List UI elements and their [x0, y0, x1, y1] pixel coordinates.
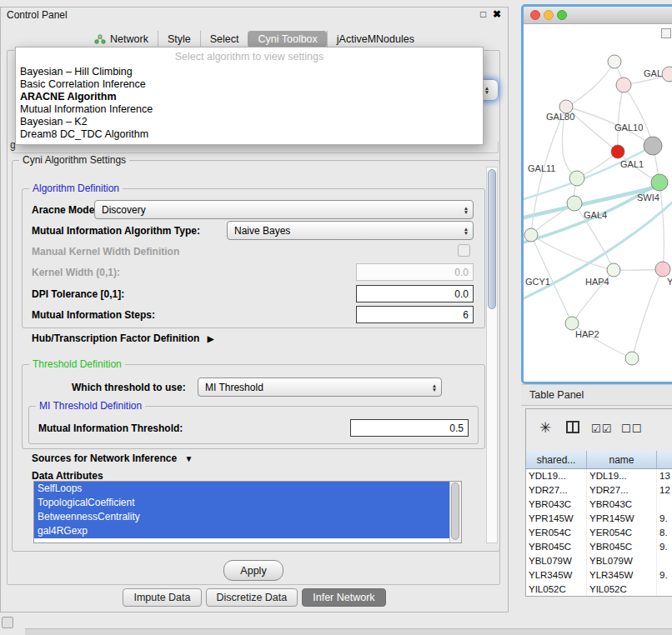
tab-jactivemnodules[interactable]: jActiveMNodules [327, 31, 424, 48]
kernel-width-field[interactable]: 0.0 [356, 263, 474, 281]
network-node[interactable] [569, 171, 584, 186]
algorithm-option[interactable]: Bayesian – Hill Climbing [16, 66, 483, 78]
aracne-mode-select[interactable]: Discovery ▲▼ [94, 200, 474, 219]
table-cell: YPR145W [587, 512, 657, 526]
network-window-titlebar[interactable] [524, 7, 672, 24]
settings-scrollbar-thumb[interactable] [488, 169, 496, 309]
node-label: HAP4 [585, 277, 609, 287]
network-node[interactable] [567, 196, 582, 211]
column-header[interactable]: name [587, 451, 657, 468]
algorithm-option[interactable]: Dream8 DC_TDC Algorithm [16, 128, 483, 141]
network-canvas[interactable]: GALGAL80GAL10GAL11GAL1SWI4GAL4GCY1HAP4HA… [524, 24, 672, 382]
hub-section-toggle[interactable]: Hub/Transcription Factor Definition ▶ [32, 332, 213, 344]
attributes-scrollbar[interactable] [449, 482, 461, 542]
network-node[interactable] [565, 317, 579, 330]
tab-style[interactable]: Style [158, 31, 200, 48]
network-node[interactable] [644, 137, 662, 155]
table-row[interactable]: YDL19...YDL19...13 [526, 469, 672, 483]
network-node[interactable] [607, 263, 620, 277]
tab-label: Select [210, 33, 239, 45]
column-header[interactable] [657, 451, 672, 468]
column-header[interactable]: shared... [526, 451, 587, 468]
network-node[interactable] [655, 262, 670, 277]
gear-icon[interactable]: ✳ [539, 419, 551, 437]
network-node[interactable] [651, 174, 668, 191]
table-cell [657, 554, 672, 568]
table-row[interactable]: YDR27...YDR27...12 [526, 483, 672, 498]
deselect-all-icon[interactable]: ☐☐ [621, 422, 642, 435]
attribute-list-item[interactable]: gal4RGexp [34, 524, 461, 538]
table-cell: YER054C [587, 526, 657, 540]
table-row[interactable]: YPR145WYPR145W9. [526, 512, 672, 526]
network-node[interactable] [611, 145, 624, 158]
chevron-right-icon: ▶ [208, 334, 214, 343]
tab-discretize-data[interactable]: Discretize Data [206, 588, 298, 607]
dpi-tolerance-field[interactable]: 0.0 [356, 285, 474, 302]
which-threshold-select[interactable]: MI Threshold ▲▼ [198, 378, 442, 397]
node-label: HAP2 [575, 329, 599, 339]
table-row[interactable]: YBR043CYBR043C [526, 498, 672, 512]
screen: Control Panel □ ✖ Network Style Select C… [0, 0, 672, 635]
network-node[interactable] [662, 67, 672, 82]
tab-select[interactable]: Select [200, 31, 248, 48]
network-node[interactable] [608, 55, 621, 68]
node-label: GAL80 [546, 112, 574, 122]
tab-infer-network[interactable]: Infer Network [302, 588, 385, 607]
collapsed-panel-icon[interactable] [2, 617, 13, 628]
table-body: YDL19...YDL19...13YDR27...YDR27...12YBR0… [526, 469, 672, 597]
selected-value: Naive Bayes [228, 225, 459, 237]
table-cell: YIL052C [526, 582, 587, 597]
zoom-traffic-light[interactable] [557, 10, 567, 20]
minimize-traffic-light[interactable] [544, 10, 554, 20]
table-panel-titlebar[interactable]: Table Panel [521, 384, 672, 406]
mi-threshold-field[interactable]: 0.5 [350, 419, 469, 437]
node-label: GAL1 [620, 159, 644, 169]
algorithm-option[interactable]: ARACNE Algorithm [16, 91, 483, 103]
selected-value: MI Threshold [198, 382, 428, 393]
table-cell: 8. [657, 526, 672, 540]
close-traffic-light[interactable] [530, 10, 540, 20]
network-graph: GALGAL80GAL10GAL11GAL1SWI4GAL4GCY1HAP4HA… [524, 24, 672, 382]
settings-scrollbar[interactable] [486, 167, 498, 543]
manual-kernel-checkbox[interactable] [458, 244, 470, 257]
attribute-list-item[interactable]: BetweennessCentrality [34, 510, 461, 524]
mi-type-select[interactable]: Naive Bayes ▲▼ [227, 221, 474, 240]
attributes-scrollbar-thumb[interactable] [451, 482, 459, 540]
mi-steps-field[interactable]: 6 [356, 306, 474, 323]
algorithm-option[interactable]: Mutual Information Inference [16, 103, 483, 116]
data-attributes-label: Data Attributes [32, 470, 103, 482]
column-manager-icon[interactable] [566, 421, 579, 433]
table-row[interactable]: YBR045CYBR045C9. [526, 540, 672, 554]
close-icon[interactable]: ✖ [493, 8, 501, 20]
tab-impute-data[interactable]: Impute Data [123, 588, 201, 607]
apply-button[interactable]: Apply [223, 560, 283, 581]
canvas-corner-box[interactable] [661, 28, 671, 38]
attribute-list-item[interactable]: SelfLoops [34, 482, 461, 496]
sources-section-toggle[interactable]: Sources for Network Inference ▼ [32, 452, 193, 464]
table-toolbar: ✳ ☑☑ ☐☐ [526, 409, 672, 452]
algorithm-option[interactable]: Basic Correlation Inference [16, 78, 483, 91]
select-all-icon[interactable]: ☑☑ [591, 422, 612, 435]
table-row[interactable]: YER054CYER054C8. [526, 526, 672, 540]
algorithm-placeholder-option[interactable]: Select algorithm to view settings [16, 48, 483, 66]
manual-kernel-label: Manual Kernel Width Definition [32, 246, 179, 258]
table-row[interactable]: YBL079WYBL079W [526, 554, 672, 568]
tab-cyni-toolbox[interactable]: Cyni Toolbox [248, 31, 326, 48]
network-node[interactable] [524, 228, 538, 242]
table-cell: YBL079W [587, 554, 657, 568]
network-node[interactable] [625, 352, 639, 365]
node-label: GAL10 [614, 122, 643, 132]
table-row[interactable]: YLR345WYLR345W9. [526, 568, 672, 582]
attribute-list-item[interactable]: TopologicalCoefficient [34, 496, 461, 510]
network-node[interactable] [616, 78, 631, 92]
table-panel-title: Table Panel [529, 389, 584, 401]
which-threshold-label: Which threshold to use: [72, 382, 186, 393]
bottom-panel-edge [25, 628, 672, 635]
selected-value: Discovery [95, 204, 459, 216]
table-row[interactable]: YIL052CYIL052C [526, 582, 672, 597]
tab-network[interactable]: Network [85, 31, 158, 48]
table-cell: 12 [657, 483, 672, 498]
sources-section-label: Sources for Network Inference [32, 452, 177, 464]
algorithm-option[interactable]: Bayesian – K2 [16, 116, 483, 128]
table-cell: 9. [657, 568, 672, 582]
